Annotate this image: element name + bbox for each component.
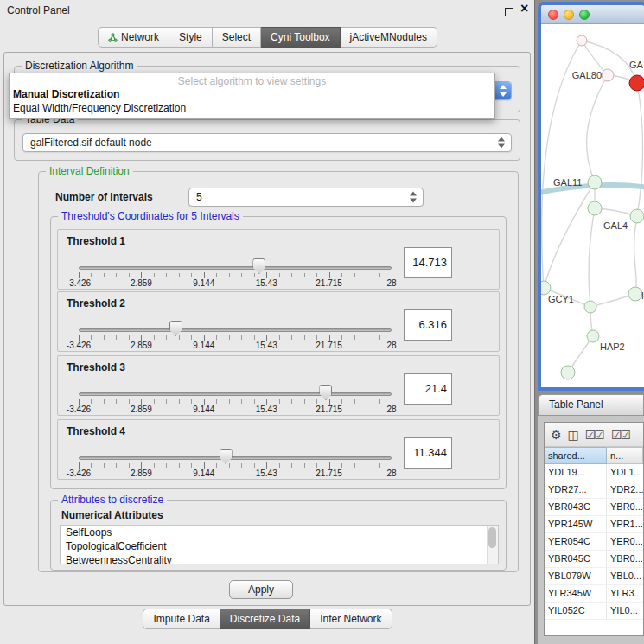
row-checks-icon[interactable]: ☑☑ bbox=[585, 429, 603, 441]
network-node[interactable] bbox=[561, 366, 575, 379]
num-intervals-combobox[interactable]: 5 bbox=[188, 188, 424, 207]
numerical-attributes-list: SelfLoopsTopologicalCoefficientBetweenne… bbox=[60, 525, 499, 564]
slider-major-tick bbox=[204, 272, 205, 278]
list-item[interactable]: TopologicalCoefficient bbox=[61, 539, 498, 553]
threshold-panel: Threshold 1-3.4262.8599.14415.4321.71528… bbox=[57, 229, 500, 290]
apply-button[interactable]: Apply bbox=[229, 580, 293, 599]
network-node[interactable] bbox=[584, 301, 596, 313]
tab-style[interactable]: Style bbox=[169, 27, 213, 48]
threshold-value-field[interactable]: 11.344 bbox=[404, 437, 452, 469]
slider-track[interactable] bbox=[79, 328, 392, 332]
slider-thumb[interactable] bbox=[169, 321, 182, 336]
threshold-value-field[interactable]: 6.316 bbox=[404, 309, 452, 341]
scrollbar-thumb[interactable] bbox=[488, 527, 496, 548]
network-node[interactable] bbox=[588, 175, 602, 189]
combobox-arrows-icon[interactable] bbox=[494, 82, 511, 99]
table-row[interactable]: YBL079WYBL0... bbox=[545, 568, 643, 585]
network-edge bbox=[544, 182, 595, 288]
tab-jactivemnodules[interactable]: jActiveMNodules bbox=[341, 27, 437, 48]
slider-major-tick bbox=[141, 272, 142, 278]
tab-impute-data[interactable]: Impute Data bbox=[143, 609, 220, 629]
table-row[interactable]: YBR045CYBR0... bbox=[545, 551, 643, 568]
desktop: Control Panel × NetworkStyleSelectCyni T… bbox=[0, 0, 644, 644]
table-panel-title: Table Panel bbox=[549, 399, 603, 411]
column-checks-icon[interactable]: ☑☑ bbox=[611, 429, 629, 441]
slider-major-tick bbox=[79, 335, 80, 341]
slider-major-tick bbox=[204, 399, 205, 405]
dropdown-option[interactable]: Equal Width/Frequency Discretization bbox=[10, 101, 494, 115]
slider-major-tick bbox=[79, 399, 80, 405]
table-cell: YDL1... bbox=[607, 464, 643, 481]
slider-track[interactable] bbox=[79, 266, 392, 270]
network-node[interactable] bbox=[588, 201, 602, 215]
network-node[interactable] bbox=[628, 287, 642, 301]
slider-tick-label: 15.43 bbox=[256, 278, 277, 288]
table-row[interactable]: YIL052CYIL0... bbox=[545, 603, 643, 620]
tab-label: Cyni Toolbox bbox=[271, 31, 329, 43]
table-row[interactable]: YBR043CYBR0... bbox=[545, 499, 643, 516]
network-node[interactable] bbox=[630, 209, 644, 223]
network-window-titlebar[interactable] bbox=[541, 5, 644, 24]
threshold-panel: Threshold 3-3.4262.8599.14415.4321.71528… bbox=[57, 355, 500, 416]
column-header-shared-name[interactable]: shared... bbox=[545, 447, 607, 464]
tab-label: Select bbox=[222, 31, 251, 43]
table-row[interactable]: YPR145WYPR1... bbox=[545, 516, 643, 533]
slider-track[interactable] bbox=[79, 456, 392, 460]
list-item[interactable]: SelfLoops bbox=[61, 526, 498, 539]
network-node[interactable] bbox=[587, 330, 599, 342]
network-edge bbox=[587, 75, 608, 182]
table-toolbar: ⚙◫☑☑☑☑ bbox=[545, 423, 643, 447]
list-item[interactable]: BetweennessCentrality bbox=[61, 553, 498, 564]
tab-discretize-data[interactable]: Discretize Data bbox=[220, 609, 310, 629]
column-header-name[interactable]: n... bbox=[607, 447, 643, 464]
slider-thumb[interactable] bbox=[319, 385, 332, 400]
thresholds-group: Threshold's Coordinates for 5 Intervals … bbox=[50, 216, 507, 489]
network-node[interactable] bbox=[629, 75, 644, 91]
slider-thumb[interactable] bbox=[220, 449, 233, 464]
table-cell: YDR27... bbox=[545, 481, 607, 498]
float-window-icon[interactable] bbox=[505, 8, 513, 16]
network-node-label: GAL80 bbox=[572, 70, 602, 80]
attributes-group: Attributes to discretize Numerical Attri… bbox=[50, 500, 507, 571]
table-row[interactable]: YDR27...YDR2... bbox=[545, 481, 643, 499]
scrollbar[interactable] bbox=[487, 526, 498, 564]
node-table-window: ⚙◫☑☑☑☑ shared... n... YDL19...YDL1...YDR… bbox=[544, 422, 644, 636]
slider-tick-label: -3.426 bbox=[67, 341, 91, 350]
network-node[interactable] bbox=[541, 281, 551, 295]
tab-label: Network bbox=[121, 31, 159, 43]
tab-label: jActiveMNodules bbox=[350, 31, 427, 43]
network-node[interactable] bbox=[602, 69, 614, 81]
group-title: Discretization Algorithm bbox=[22, 60, 137, 72]
slider-major-tick bbox=[204, 335, 205, 341]
table-cell: YER054C bbox=[545, 533, 607, 550]
minimize-traffic-light[interactable] bbox=[564, 10, 574, 20]
tab-network[interactable]: Network bbox=[98, 27, 169, 48]
network-canvas[interactable]: GAL80GAGAL11GAL4GCY1HHAP2 bbox=[541, 24, 644, 387]
tab-select[interactable]: Select bbox=[213, 27, 261, 48]
table-data-combobox[interactable]: galFiltered.sif default node bbox=[22, 133, 512, 152]
slider-thumb[interactable] bbox=[252, 258, 265, 274]
table-row[interactable]: YLR345WYLR3... bbox=[545, 585, 643, 603]
gear-icon[interactable]: ⚙ bbox=[551, 429, 560, 441]
tab-cyni-toolbox[interactable]: Cyni Toolbox bbox=[261, 27, 340, 48]
table-panel-titlebar[interactable]: Table Panel bbox=[538, 394, 644, 416]
dropdown-option[interactable]: Manual Discretization bbox=[10, 87, 494, 101]
window-title: Control Panel bbox=[7, 4, 70, 16]
table-cell: YBL079W bbox=[545, 568, 607, 584]
combobox-arrows-icon bbox=[410, 192, 417, 203]
zoom-traffic-light[interactable] bbox=[579, 10, 590, 20]
close-icon[interactable]: × bbox=[520, 1, 528, 16]
table-row[interactable]: YER054CYER0... bbox=[545, 533, 643, 551]
slider-tick-label: 9.144 bbox=[193, 469, 214, 478]
slider-track[interactable] bbox=[79, 392, 392, 396]
table-row[interactable]: YDL19...YDL1... bbox=[545, 464, 643, 481]
tab-infer-network[interactable]: Infer Network bbox=[310, 609, 392, 629]
slider-major-tick bbox=[266, 335, 267, 341]
threshold-value-field[interactable]: 14.713 bbox=[404, 247, 452, 278]
columns-icon[interactable]: ◫ bbox=[568, 429, 577, 441]
threshold-panel: Threshold 4-3.4262.8599.14415.4321.71528… bbox=[57, 419, 500, 480]
network-node[interactable] bbox=[577, 35, 587, 46]
slider-tick-label: 2.859 bbox=[131, 341, 152, 350]
close-traffic-light[interactable] bbox=[548, 10, 558, 20]
threshold-value-field[interactable]: 21.4 bbox=[404, 373, 452, 405]
